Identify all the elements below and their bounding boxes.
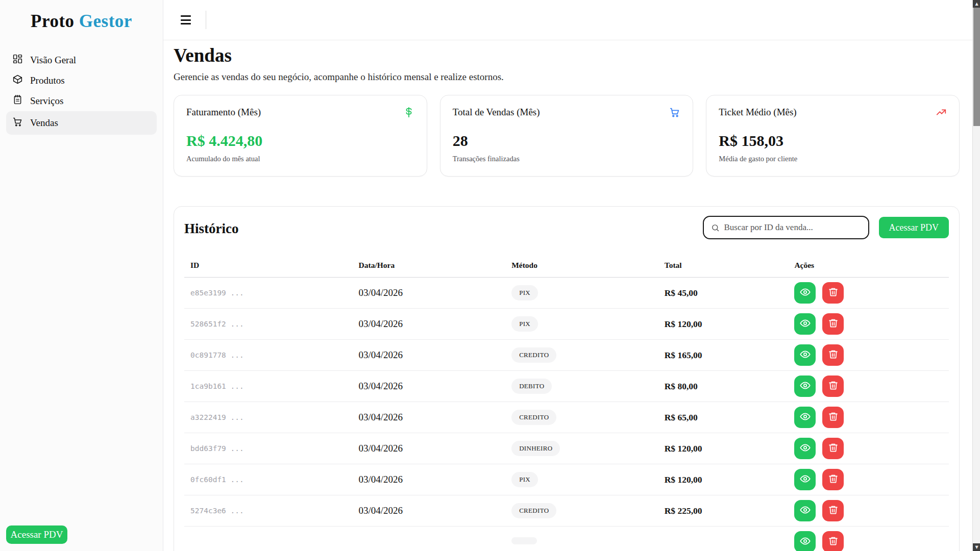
sale-id: bdd63f79 ... [184, 433, 353, 464]
topbar [163, 0, 980, 40]
sidebar-pdv-button[interactable]: Acessar PDV [6, 525, 67, 544]
cart-icon [669, 107, 680, 120]
notepad-icon [12, 94, 23, 108]
sale-date: 03/04/2026 [353, 340, 506, 371]
payment-method-badge: PIX [511, 472, 538, 487]
sales-table: ID Data/Hora Método Total Ações e85e3199… [184, 255, 949, 551]
column-header-total: Total [658, 255, 789, 278]
delete-sale-button[interactable] [822, 407, 844, 428]
topbar-divider [206, 11, 206, 29]
table-row: 528651f2 ...03/04/2026PIXR$ 120,00 [184, 309, 949, 340]
brand-primary: Proto [31, 11, 74, 31]
view-sale-button[interactable] [794, 469, 816, 490]
delete-sale-button[interactable] [822, 438, 844, 459]
table-row: 0c891778 ...03/04/2026CREDITOR$ 165,00 [184, 340, 949, 371]
eye-icon [800, 287, 811, 299]
sale-date [353, 527, 506, 551]
trash-icon [828, 536, 839, 548]
view-sale-button[interactable] [794, 313, 816, 335]
delete-sale-button[interactable] [822, 344, 844, 366]
scroll-down-arrow-icon[interactable]: ▼ [973, 543, 980, 551]
view-sale-button[interactable] [794, 282, 816, 304]
delete-sale-button[interactable] [822, 531, 844, 551]
stat-cards: Faturamento (Mês) R$ 4.424,80 Acumulado … [174, 95, 960, 177]
trash-icon [828, 411, 839, 423]
sidebar-item-vendas[interactable]: Vendas [6, 111, 157, 135]
view-sale-button[interactable] [794, 407, 816, 428]
delete-sale-button[interactable] [822, 313, 844, 335]
payment-method-badge [511, 537, 537, 544]
sale-date: 03/04/2026 [353, 371, 506, 402]
sale-total: R$ 65,00 [658, 402, 789, 433]
sale-total: R$ 165,00 [658, 340, 789, 371]
stat-value: R$ 4.424,80 [186, 132, 414, 149]
sale-date: 03/04/2026 [353, 495, 506, 527]
stat-card-ticket-medio: Ticket Médio (Mês) R$ 158,03 Média de ga… [706, 95, 960, 177]
trash-icon [828, 287, 839, 299]
column-header-acoes: Ações [788, 255, 949, 278]
sale-date: 03/04/2026 [353, 464, 506, 495]
eye-icon [800, 349, 811, 361]
sale-id: 5274c3e6 ... [184, 495, 353, 527]
eye-icon [800, 318, 811, 330]
acessar-pdv-button[interactable]: Acessar PDV [879, 217, 949, 238]
payment-method-badge: PIX [511, 285, 538, 300]
trash-icon [828, 318, 839, 330]
sale-total: R$ 45,00 [658, 278, 789, 309]
delete-sale-button[interactable] [822, 375, 844, 397]
stat-caption: Transações finalizadas [453, 155, 681, 163]
eye-icon [800, 505, 811, 517]
scroll-up-arrow-icon[interactable]: ▲ [973, 0, 980, 8]
scrollbar[interactable]: ▲ ▼ [972, 0, 980, 551]
view-sale-button[interactable] [794, 531, 816, 551]
eye-icon [800, 380, 811, 392]
view-sale-button[interactable] [794, 344, 816, 366]
sale-total: R$ 225,00 [658, 495, 789, 527]
sale-id: e85e3199 ... [184, 278, 353, 309]
scrollbar-thumb[interactable] [973, 8, 980, 126]
table-row: 0fc60df1 ...03/04/2026PIXR$ 120,00 [184, 464, 949, 495]
view-sale-button[interactable] [794, 500, 816, 521]
stat-label: Total de Vendas (Mês) [453, 107, 540, 118]
table-row [184, 527, 949, 551]
stat-caption: Média de gasto por cliente [719, 155, 947, 163]
payment-method-badge: CREDITO [511, 347, 556, 363]
page-title: Vendas [174, 44, 960, 66]
payment-method-badge: CREDITO [511, 410, 556, 425]
column-header-id: ID [184, 255, 353, 278]
table-row: a3222419 ...03/04/2026CREDITOR$ 65,00 [184, 402, 949, 433]
sidebar-item-servicos[interactable]: Serviços [6, 91, 157, 111]
search-input[interactable] [724, 222, 861, 233]
view-sale-button[interactable] [794, 438, 816, 459]
eye-icon [800, 411, 811, 423]
page-content: Vendas Gerencie as vendas do seu negócio… [163, 40, 980, 551]
sidebar-nav: Visão Geral Produtos Serviços Vendas [0, 50, 163, 135]
payment-method-badge: DINHEIRO [511, 441, 560, 456]
history-panel: Histórico Acessar PDV ID Data/Hora Métod… [174, 206, 960, 551]
eye-icon [800, 473, 811, 486]
view-sale-button[interactable] [794, 375, 816, 397]
sale-id: 0c891778 ... [184, 340, 353, 371]
sale-date: 03/04/2026 [353, 278, 506, 309]
eye-icon [800, 442, 811, 455]
delete-sale-button[interactable] [822, 469, 844, 490]
dashboard-icon [12, 54, 23, 67]
table-row: e85e3199 ...03/04/2026PIXR$ 45,00 [184, 278, 949, 309]
sale-total: R$ 120,00 [658, 309, 789, 340]
stat-label: Faturamento (Mês) [186, 107, 261, 118]
delete-sale-button[interactable] [822, 500, 844, 521]
sidebar-item-label: Serviços [30, 95, 63, 107]
delete-sale-button[interactable] [822, 282, 844, 304]
sidebar-item-produtos[interactable]: Produtos [6, 70, 157, 91]
sale-total: R$ 120,00 [658, 464, 789, 495]
hamburger-menu-icon[interactable] [181, 15, 193, 25]
sale-id: 0fc60df1 ... [184, 464, 353, 495]
payment-method-badge: PIX [511, 316, 538, 332]
sidebar-item-visao-geral[interactable]: Visão Geral [6, 50, 157, 70]
table-row: 1ca9b161 ...03/04/2026DEBITOR$ 80,00 [184, 371, 949, 402]
payment-method-badge: CREDITO [511, 503, 556, 518]
sale-id: 528651f2 ... [184, 309, 353, 340]
sale-total: R$ 120,00 [658, 433, 789, 464]
search-icon [711, 223, 720, 232]
sale-date: 03/04/2026 [353, 433, 506, 464]
